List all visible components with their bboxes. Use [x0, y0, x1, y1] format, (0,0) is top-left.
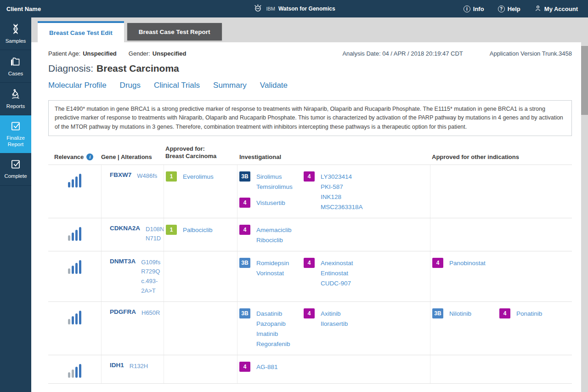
evidence-level-badge: 4 [239, 362, 250, 372]
drug-link[interactable]: Ilorasertib [321, 319, 348, 329]
evidence-level-badge: 4 [304, 171, 315, 182]
evidence-level-badge: 1 [166, 225, 177, 235]
main-panel: Breast Case Test EditBreast Case Test Re… [31, 17, 588, 392]
drug-link[interactable]: Anexinostat [321, 258, 353, 268]
dna-icon [10, 23, 22, 35]
gene-name[interactable]: PDGFRA [110, 308, 136, 318]
drug-link[interactable]: Nilotinib [449, 309, 471, 319]
gene-row-fbxw7: FBXW7W486fs1Everolimus3BSirolimusTemsiro… [48, 165, 572, 218]
sidebar-item-finalize-report[interactable]: Finalize Report [0, 115, 31, 153]
sidebar: SamplesCasesReportsFinalize ReportComple… [0, 17, 31, 392]
my-account-label: My Account [544, 6, 578, 12]
gene-name[interactable]: FBXW7 [110, 171, 131, 181]
drug-link[interactable]: Imatinib [256, 329, 290, 339]
nav-link-clinical-trials[interactable]: Clinical Trials [154, 81, 200, 90]
info-icon: i [464, 6, 470, 12]
evidence-level-badge: 3B [239, 258, 250, 268]
drug-link[interactable]: INK128 [321, 192, 363, 202]
nav-link-validate[interactable]: Validate [260, 81, 288, 90]
checkbox-icon [10, 158, 22, 170]
gene-alterations: R132H [130, 362, 148, 371]
app-version: Application Version Trunk.3458 [490, 50, 572, 57]
sidebar-item-label: Complete [4, 173, 27, 180]
info-label: Info [473, 6, 484, 12]
drug-link[interactable]: Amemaciclib [256, 225, 292, 235]
patient-gender: Gender:Unspecified [129, 50, 187, 57]
drug-link[interactable]: LY3023414 [321, 172, 363, 182]
evidence-level-badge: 4 [304, 308, 315, 318]
drug-link[interactable]: Romidepsin [256, 258, 289, 268]
evidence-level-badge: 4 [239, 198, 250, 208]
info-button[interactable]: i Info [464, 5, 484, 13]
brand-name-label: Watson for Genomics [278, 6, 335, 12]
relevance-info-icon[interactable]: i [86, 153, 93, 160]
sidebar-item-label: Reports [6, 103, 25, 110]
gene-name[interactable]: IDH1 [110, 362, 124, 371]
sidebar-item-label: Cases [8, 71, 23, 77]
drug-link[interactable]: Vorinostat [256, 268, 289, 278]
gene-alterations: D108NN71D [146, 225, 164, 244]
drug-link[interactable]: Sirolimus [256, 172, 293, 182]
scrollbar[interactable] [581, 42, 588, 392]
brand: IBM Watson for Genomics [253, 3, 335, 15]
drug-link[interactable]: Dasatinib [256, 309, 290, 319]
gene-row-cdkna2a: CDKNA2AD108NN71D1Palbociclib4Amemaciclib… [48, 218, 572, 251]
analysis-date: Analysis Date: 04 / APR / 2018 20:19:47 … [342, 50, 463, 57]
nav-link-drugs[interactable]: Drugs [120, 81, 141, 90]
drug-link[interactable]: Everolimus [183, 172, 214, 182]
help-button[interactable]: ? Help [498, 5, 520, 13]
tab-breast-case-test-edit[interactable]: Breast Case Test Edit [38, 21, 124, 42]
sidebar-item-complete[interactable]: Complete [0, 153, 31, 186]
tab-breast-case-test-report[interactable]: Breast Case Test Report [127, 23, 222, 40]
drug-link[interactable]: PKI-587 [321, 182, 363, 192]
summary-box: The E1490* mutation in gene BRCA1 is a s… [48, 100, 572, 136]
sidebar-item-reports[interactable]: Reports [0, 83, 31, 115]
sidebar-item-cases[interactable]: Cases [0, 50, 31, 83]
tab-strip: Breast Case Test EditBreast Case Test Re… [31, 17, 588, 42]
evidence-level-badge: 3B [239, 308, 250, 318]
drug-link[interactable]: Regorafenib [256, 339, 290, 349]
drug-link[interactable]: CUDC-907 [321, 278, 353, 289]
gene-name[interactable]: CDKNA2A [110, 225, 140, 244]
drug-link[interactable]: Vistusertib [256, 198, 285, 208]
nav-link-molecular-profile[interactable]: Molecular Profile [48, 81, 107, 90]
gene-row-dnmt3a: DNMT3AG109fsR729Qc.493-2A>T3BRomidepsinV… [48, 251, 572, 302]
sidebar-item-label: Samples [6, 38, 26, 45]
gene-alterations: H650R [141, 308, 160, 318]
diagnosis-title: Diagnosis:Breast Carcinoma [48, 63, 572, 74]
table-header: Relevance i Gene | Alterations Approved … [48, 145, 572, 165]
drug-link[interactable]: Ponatinib [516, 309, 542, 319]
relevance-indicator [48, 362, 101, 378]
nav-link-summary[interactable]: Summary [213, 81, 247, 90]
content: Patient Age:Unspecified Gender:Unspecifi… [31, 50, 588, 392]
gene-alterations: G109fsR729Qc.493-2A>T [141, 258, 164, 296]
drug-link[interactable]: Pazopanib [256, 319, 290, 329]
section-nav: Molecular ProfileDrugsClinical TrialsSum… [48, 81, 572, 90]
person-icon [534, 5, 542, 13]
drug-link[interactable]: Panobinostat [449, 258, 486, 268]
drug-link[interactable]: AG-881 [256, 362, 278, 372]
evidence-level-badge: 1 [166, 171, 177, 182]
header-gene-alterations: Gene | Alterations [101, 153, 164, 160]
drug-link[interactable]: Axitinib [321, 309, 348, 319]
drug-link[interactable]: Temsirolimus [256, 182, 293, 192]
app-root: Client Name IBM Watson for Genomics i In… [0, 0, 588, 392]
drug-link[interactable]: MSC2363318A [321, 202, 363, 212]
gene-name[interactable]: DNMT3A [110, 258, 136, 296]
header-other-indications: Approved for other indications [430, 153, 572, 160]
patient-meta-row: Patient Age:Unspecified Gender:Unspecifi… [48, 50, 572, 57]
scrollbar-thumb[interactable] [581, 46, 588, 115]
my-account-button[interactable]: My Account [534, 5, 578, 13]
drug-link[interactable]: Palbociclib [183, 225, 213, 235]
client-name: Client Name [6, 6, 41, 12]
sidebar-item-samples[interactable]: Samples [0, 17, 31, 50]
folder-icon [10, 56, 22, 68]
drug-link[interactable]: Entinostat [321, 268, 353, 278]
gene-table-body: FBXW7W486fs1Everolimus3BSirolimusTemsiro… [48, 165, 572, 384]
drug-link[interactable]: Ribociclib [256, 235, 292, 245]
header-approved: Approved for: Breast Carcinoma [164, 145, 237, 160]
relevance-indicator [48, 308, 101, 324]
evidence-level-badge: 4 [239, 225, 250, 235]
evidence-level-badge: 4 [304, 258, 315, 268]
brand-ibm-label: IBM [266, 6, 275, 11]
